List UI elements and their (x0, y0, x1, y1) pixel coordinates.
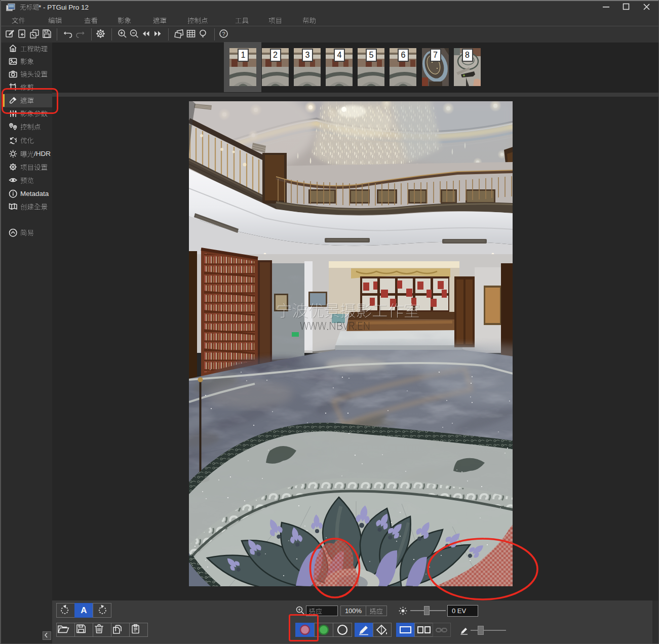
svg-text:?: ? (222, 31, 225, 37)
